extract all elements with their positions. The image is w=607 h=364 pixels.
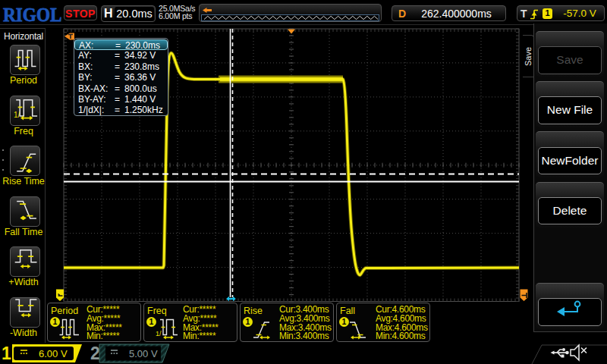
svg-text:1/: 1/	[14, 110, 20, 118]
svg-text:5.00 V: 5.00 V	[129, 348, 158, 359]
svg-text:6.00 V: 6.00 V	[39, 348, 68, 359]
svg-text:1/: 1/	[156, 330, 162, 337]
